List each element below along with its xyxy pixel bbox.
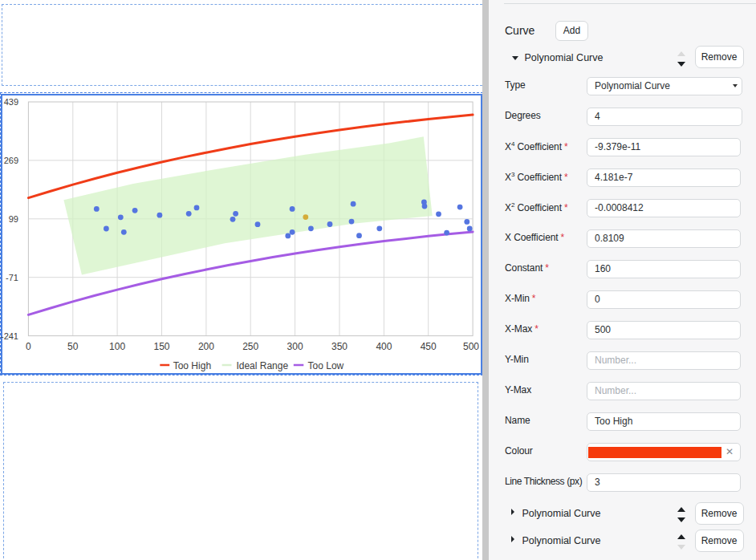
svg-text:0: 0: [26, 341, 31, 352]
svg-text:439: 439: [4, 97, 18, 107]
svg-text:400: 400: [376, 341, 392, 352]
svg-text:Too High: Too High: [173, 360, 211, 371]
svg-text:-241: -241: [1, 331, 18, 341]
svg-text:250: 250: [242, 341, 258, 352]
svg-text:Ideal Range: Ideal Range: [236, 360, 288, 371]
svg-text:269: 269: [4, 156, 18, 165]
svg-text:Too Low: Too Low: [308, 360, 344, 371]
svg-text:350: 350: [331, 341, 348, 352]
svg-text:450: 450: [421, 341, 437, 352]
svg-text:300: 300: [287, 341, 303, 352]
svg-text:-71: -71: [6, 273, 18, 282]
svg-text:500: 500: [463, 341, 479, 352]
svg-text:50: 50: [67, 341, 79, 352]
svg-text:150: 150: [153, 341, 169, 352]
svg-text:200: 200: [198, 341, 214, 352]
svg-text:99: 99: [9, 214, 18, 224]
svg-text:100: 100: [109, 341, 125, 352]
